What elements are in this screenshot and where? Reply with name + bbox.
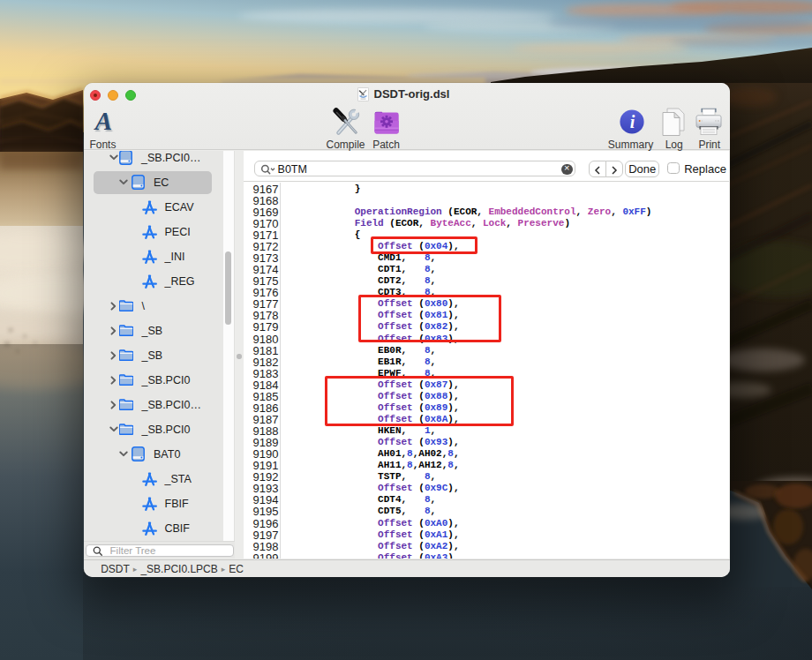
svg-text:i: i	[629, 112, 635, 131]
